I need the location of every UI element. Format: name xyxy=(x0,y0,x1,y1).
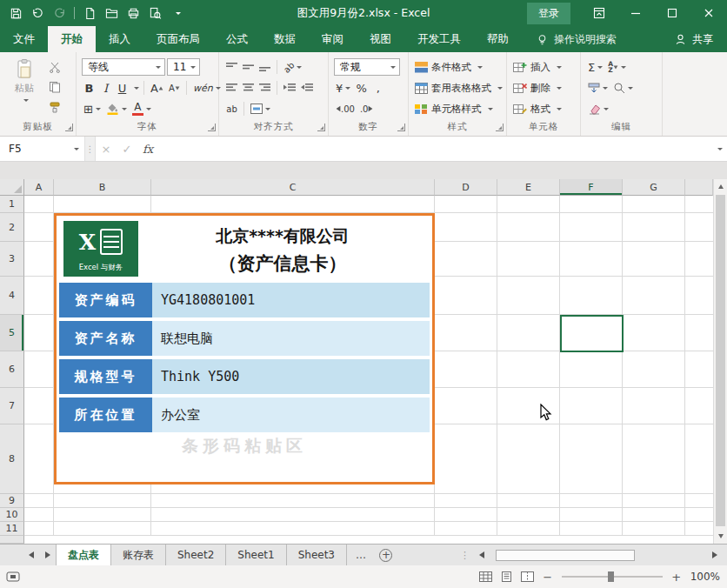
row-header-7[interactable]: 7 xyxy=(0,388,24,424)
italic-button[interactable]: I xyxy=(98,79,113,97)
barcode-placeholder[interactable]: 条形码粘贴区 xyxy=(57,435,432,458)
cut-icon[interactable] xyxy=(49,60,64,74)
decrease-decimal-button[interactable]: .0 xyxy=(358,100,376,117)
underline-button[interactable]: U xyxy=(115,79,130,97)
redo-icon[interactable] xyxy=(49,3,70,23)
print-preview-icon[interactable] xyxy=(144,3,165,23)
ribbon-display-options-icon[interactable] xyxy=(581,0,617,26)
tab-view[interactable]: 视图 xyxy=(357,26,404,52)
sheet-tab-sheet1[interactable]: Sheet1 xyxy=(226,545,286,565)
horizontal-scroll-track[interactable] xyxy=(490,548,706,563)
horizontal-scroll-thumb[interactable] xyxy=(496,550,635,561)
zoom-out-button[interactable] xyxy=(542,571,554,584)
field-value-cell[interactable]: Think Y500 xyxy=(152,359,430,394)
insert-function-icon[interactable]: fx xyxy=(137,137,158,161)
decrease-font-size-button[interactable]: A xyxy=(167,79,182,97)
delete-cells-button[interactable]: 删除 xyxy=(513,79,562,97)
field-value-cell[interactable]: 联想电脑 xyxy=(152,321,430,356)
clear-button[interactable] xyxy=(586,100,610,117)
sheet-tab-sheet3[interactable]: Sheet3 xyxy=(287,545,347,565)
namebox-resize-handle[interactable] xyxy=(85,137,96,161)
page-layout-view-icon[interactable] xyxy=(500,571,513,582)
tab-help[interactable]: 帮助 xyxy=(474,26,522,52)
row-header-10[interactable]: 10 xyxy=(0,508,24,522)
sheet-tabs-overflow[interactable]: … xyxy=(347,545,375,565)
column-header-c[interactable]: C xyxy=(151,179,435,196)
cancel-icon[interactable]: × xyxy=(96,137,117,161)
fill-color-button[interactable] xyxy=(104,100,129,117)
active-cell-f5[interactable] xyxy=(560,315,624,352)
paste-button[interactable]: 粘贴 xyxy=(6,58,43,116)
close-button[interactable] xyxy=(690,0,727,26)
page-break-view-icon[interactable] xyxy=(521,571,534,582)
normal-view-icon[interactable] xyxy=(479,571,492,582)
number-format-select[interactable]: 常规 xyxy=(334,58,400,76)
row-header-6[interactable]: 6 xyxy=(0,351,24,388)
bold-button[interactable]: B xyxy=(82,79,97,97)
company-name[interactable]: 北京****有限公司 xyxy=(140,225,425,248)
new-file-icon[interactable] xyxy=(79,3,100,23)
align-left-button[interactable] xyxy=(224,79,239,97)
tell-me-search[interactable]: 操作说明搜索 xyxy=(536,26,617,52)
tab-review[interactable]: 审阅 xyxy=(309,26,357,52)
zoom-slider-thumb[interactable] xyxy=(608,571,614,582)
align-right-button[interactable] xyxy=(257,79,272,97)
underline-dropdown-icon[interactable] xyxy=(134,87,139,92)
column-header-e[interactable]: E xyxy=(497,179,560,196)
qat-customize-chevron-icon[interactable] xyxy=(166,3,187,23)
print-icon[interactable] xyxy=(123,3,143,23)
field-label-cell[interactable]: 资产编码 xyxy=(59,283,152,317)
tab-formulas[interactable]: 公式 xyxy=(213,26,261,52)
sort-filter-button[interactable]: AZ xyxy=(606,58,628,76)
increase-font-size-button[interactable]: A xyxy=(149,79,165,97)
enter-icon[interactable]: ✓ xyxy=(117,137,137,161)
align-bottom-button[interactable] xyxy=(257,58,272,76)
font-dialog-launcher-icon[interactable] xyxy=(208,124,216,131)
macro-record-icon[interactable] xyxy=(6,571,20,582)
format-cells-button[interactable]: 格式 xyxy=(513,100,562,117)
format-painter-icon[interactable] xyxy=(49,100,64,114)
comma-style-button[interactable]: , xyxy=(370,79,385,97)
vertical-scroll-thumb[interactable] xyxy=(716,195,725,526)
tab-file[interactable]: 文件 xyxy=(0,26,48,52)
column-header-d[interactable]: D xyxy=(435,179,497,196)
zoom-level[interactable]: 100% xyxy=(690,571,720,583)
increase-indent-button[interactable] xyxy=(299,79,315,97)
row-header-4[interactable]: 4 xyxy=(0,277,24,315)
field-label-cell[interactable]: 资产名称 xyxy=(59,321,152,356)
tab-developer[interactable]: 开发工具 xyxy=(404,26,474,52)
tab-home[interactable]: 开始 xyxy=(48,26,96,52)
column-header-a[interactable]: A xyxy=(24,179,54,196)
row-header-1[interactable]: 1 xyxy=(0,196,24,213)
decrease-indent-button[interactable] xyxy=(282,79,297,97)
field-value-cell[interactable]: YG4180801001 xyxy=(152,283,430,317)
percent-style-button[interactable]: % xyxy=(354,79,369,97)
alignment-dialog-launcher-icon[interactable] xyxy=(317,124,325,131)
sheet-nav-left-icon[interactable] xyxy=(23,545,39,565)
font-size-select[interactable]: 11 xyxy=(167,58,200,76)
number-dialog-launcher-icon[interactable] xyxy=(397,124,405,131)
row-header-2[interactable]: 2 xyxy=(0,213,24,242)
conditional-formatting-button[interactable]: 条件格式 xyxy=(415,58,483,76)
sheet-tab-pandian[interactable]: 盘点表 xyxy=(56,545,111,565)
row-header-3[interactable]: 3 xyxy=(0,242,24,277)
column-header-b[interactable]: B xyxy=(54,179,151,196)
find-select-button[interactable] xyxy=(611,79,635,97)
wrap-text-button[interactable]: ab xyxy=(224,100,239,117)
borders-button[interactable]: ⊞ xyxy=(82,100,103,117)
undo-icon[interactable] xyxy=(27,3,48,23)
maximize-button[interactable] xyxy=(654,0,690,26)
align-middle-button[interactable] xyxy=(241,58,256,76)
autosum-button[interactable]: Σ xyxy=(586,58,604,76)
align-top-button[interactable] xyxy=(224,58,239,76)
row-header-5[interactable]: 5 xyxy=(0,315,24,351)
name-box[interactable]: F5 xyxy=(0,137,85,161)
field-value-cell[interactable]: 办公室 xyxy=(152,398,430,432)
sheet-nav-right-icon[interactable] xyxy=(39,545,56,565)
field-label-cell[interactable]: 所在位置 xyxy=(59,398,152,432)
vertical-scrollbar[interactable] xyxy=(713,179,727,544)
copy-icon[interactable] xyxy=(49,80,64,94)
open-folder-icon[interactable] xyxy=(101,3,122,23)
formula-bar-expand-icon[interactable] xyxy=(710,137,727,161)
tab-splitter-handle[interactable] xyxy=(457,550,473,561)
